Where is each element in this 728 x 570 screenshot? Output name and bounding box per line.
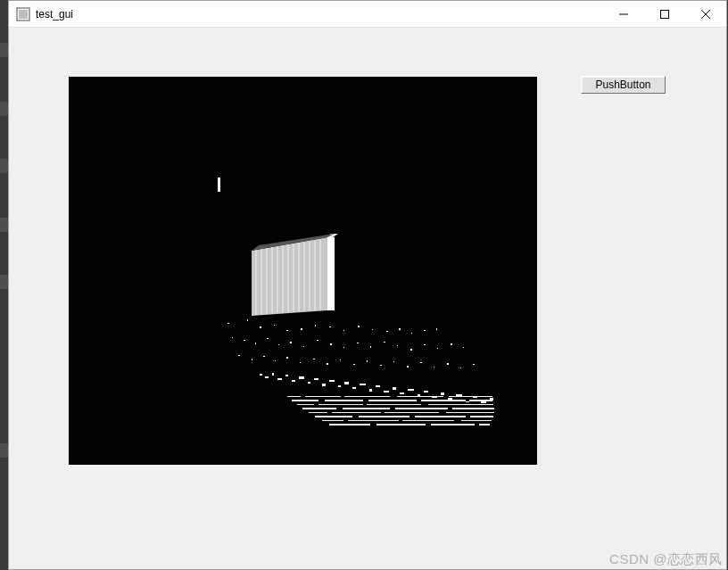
svg-rect-38 [411, 333, 412, 334]
svg-rect-119 [318, 400, 325, 401]
svg-rect-142 [454, 420, 461, 421]
svg-rect-143 [475, 424, 479, 425]
svg-rect-49 [330, 343, 332, 345]
svg-rect-122 [390, 396, 397, 397]
svg-rect-83 [285, 375, 288, 376]
svg-rect-63 [275, 360, 276, 361]
window-title: test_gui [36, 8, 603, 21]
svg-rect-33 [343, 330, 344, 331]
svg-rect-40 [436, 328, 437, 330]
svg-rect-39 [424, 330, 426, 331]
svg-rect-45 [278, 344, 279, 345]
svg-rect-51 [357, 343, 359, 343]
svg-rect-65 [300, 362, 301, 363]
svg-rect-90 [338, 385, 341, 387]
titlebar[interactable]: test_gui [9, 1, 726, 28]
svg-rect-101 [424, 391, 428, 392]
svg-rect-67 [327, 363, 328, 365]
svg-rect-135 [410, 416, 415, 417]
render-viewport[interactable] [69, 77, 537, 465]
app-icon [16, 7, 30, 21]
svg-rect-32 [329, 326, 331, 327]
svg-rect-30 [301, 328, 302, 330]
svg-rect-117 [329, 424, 490, 425]
svg-rect-134 [381, 412, 385, 413]
svg-rect-89 [329, 380, 335, 382]
svg-rect-37 [399, 328, 401, 330]
svg-rect-48 [317, 340, 318, 341]
svg-marker-8 [327, 237, 335, 310]
svg-rect-105 [456, 394, 462, 396]
svg-rect-126 [314, 404, 318, 405]
svg-rect-136 [439, 412, 446, 413]
svg-rect-76 [447, 363, 449, 365]
svg-rect-46 [290, 342, 292, 343]
svg-rect-99 [408, 389, 414, 391]
svg-rect-64 [286, 357, 288, 359]
svg-rect-56 [424, 344, 426, 345]
svg-rect-47 [303, 346, 304, 347]
svg-rect-52 [370, 346, 371, 348]
svg-rect-81 [272, 373, 274, 376]
svg-rect-92 [352, 387, 356, 389]
svg-rect-87 [314, 378, 318, 380]
svg-rect-129 [390, 408, 395, 409]
svg-rect-54 [397, 345, 398, 346]
svg-rect-72 [393, 361, 394, 362]
svg-rect-125 [466, 400, 469, 401]
svg-rect-130 [421, 404, 428, 405]
svg-rect-95 [376, 385, 380, 387]
svg-rect-71 [380, 365, 382, 366]
svg-rect-34 [358, 326, 360, 327]
svg-rect-7 [218, 178, 220, 192]
svg-marker-10 [252, 237, 327, 316]
svg-rect-29 [286, 330, 288, 331]
svg-rect-91 [344, 382, 349, 384]
svg-rect-36 [386, 331, 388, 332]
maximize-button[interactable] [644, 1, 685, 27]
svg-rect-53 [384, 342, 385, 343]
svg-rect-86 [308, 382, 310, 384]
svg-rect-114 [309, 412, 494, 413]
svg-rect-42 [244, 340, 245, 341]
svg-rect-94 [369, 389, 372, 392]
svg-rect-61 [252, 359, 252, 360]
svg-rect-96 [384, 391, 389, 392]
svg-rect-35 [372, 329, 373, 330]
svg-rect-25 [228, 323, 229, 324]
svg-rect-97 [393, 387, 396, 390]
svg-rect-140 [399, 420, 402, 421]
svg-rect-69 [353, 364, 355, 365]
svg-rect-113 [302, 408, 494, 409]
svg-rect-62 [263, 356, 265, 357]
svg-rect-70 [367, 360, 368, 362]
svg-rect-55 [410, 349, 412, 351]
close-button[interactable] [685, 1, 726, 27]
svg-rect-121 [363, 400, 368, 401]
svg-rect-138 [343, 420, 348, 421]
titlebar-controls [603, 1, 726, 27]
svg-rect-27 [260, 326, 261, 328]
svg-rect-57 [437, 348, 438, 349]
svg-rect-79 [260, 374, 262, 376]
svg-rect-131 [448, 408, 452, 409]
svg-rect-104 [448, 398, 452, 400]
svg-rect-59 [463, 347, 464, 348]
svg-rect-80 [265, 376, 269, 378]
svg-rect-77 [460, 368, 461, 368]
client-area: PushButton [9, 28, 726, 569]
svg-rect-1 [19, 10, 28, 19]
svg-rect-103 [441, 392, 444, 395]
push-button[interactable]: PushButton [581, 76, 666, 94]
svg-rect-26 [247, 319, 248, 321]
svg-rect-120 [341, 396, 344, 397]
svg-rect-73 [407, 366, 409, 368]
svg-rect-112 [297, 404, 493, 405]
svg-rect-127 [336, 408, 343, 409]
svg-rect-108 [481, 401, 486, 403]
svg-rect-43 [255, 343, 256, 344]
svg-rect-132 [327, 412, 332, 413]
minimize-button[interactable] [603, 1, 644, 27]
svg-rect-66 [313, 359, 315, 359]
svg-rect-118 [301, 396, 305, 397]
